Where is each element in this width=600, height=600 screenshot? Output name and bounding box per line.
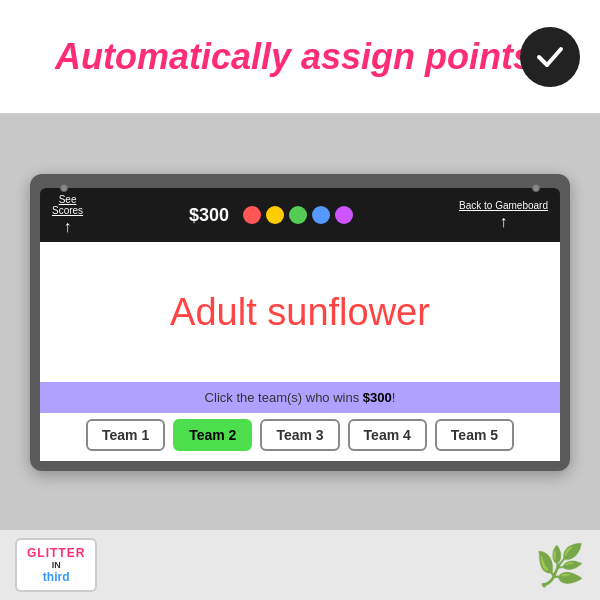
team-5-button[interactable]: Team 5 [435,419,514,451]
wb-dots [243,206,353,224]
wb-content: Adult sunflower [40,242,560,382]
back-to-gameboard-label: Back to Gameboard [459,200,548,211]
main-container: Automatically assign points! SeeScores ↑ [0,0,600,600]
wb-bottombar-price: $300 [363,390,392,405]
dot-4 [312,206,330,224]
wb-question-text: Adult sunflower [170,291,430,334]
wb-bottombar-text: Click the team(s) who wins $300! [205,390,396,405]
top-banner-text: Automatically assign points! [55,35,545,78]
bottom-logo-area: GLITTER IN third 🌿 [0,530,600,600]
back-to-gameboard-arrow: ↑ [500,213,508,231]
checkmark-circle [520,27,580,87]
logo-in: IN [52,560,61,570]
screw-top-right [532,184,540,192]
wb-topbar: SeeScores ↑ $300 Back to Gameboard [40,188,560,242]
checkmark-icon [533,40,567,74]
dot-2 [266,206,284,224]
team-2-button[interactable]: Team 2 [173,419,252,451]
see-scores-label: SeeScores [52,194,83,216]
dot-1 [243,206,261,224]
logo-glitter: GLITTER [27,546,85,560]
wb-price: $300 [189,205,229,226]
dot-3 [289,206,307,224]
wb-bottombar: Click the team(s) who wins $300! [40,382,560,413]
back-to-gameboard-button[interactable]: Back to Gameboard ↑ [459,200,548,231]
dot-5 [335,206,353,224]
logo-box: GLITTER IN third [15,538,97,592]
logo-third: third [43,570,70,584]
team-4-button[interactable]: Team 4 [348,419,427,451]
whiteboard-frame: SeeScores ↑ $300 Back to Gameboard [30,174,570,471]
team-3-button[interactable]: Team 3 [260,419,339,451]
team-1-button[interactable]: Team 1 [86,419,165,451]
plant-decoration-icon: 🌿 [535,542,585,589]
top-banner: Automatically assign points! [0,0,600,115]
main-area: SeeScores ↑ $300 Back to Gameboard [0,115,600,530]
see-scores-arrow: ↑ [64,218,72,236]
screw-top-left [60,184,68,192]
teams-row: Team 1 Team 2 Team 3 Team 4 Team 5 [40,413,560,461]
see-scores-button[interactable]: SeeScores ↑ [52,194,83,236]
wb-center-controls: $300 [189,205,353,226]
